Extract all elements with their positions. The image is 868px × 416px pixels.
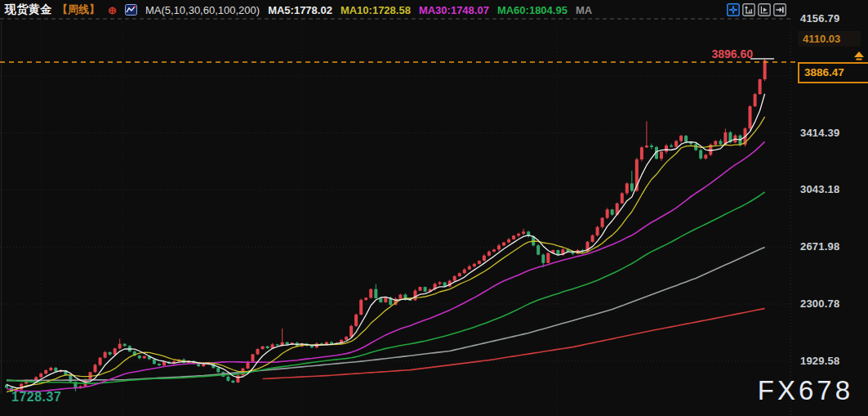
axis-scale-icon[interactable] [742,3,755,16]
ma30-value: MA30:1748.07 [419,4,489,16]
lowest-price-label: 1728.37 [11,390,61,405]
ma10-value: MA10:1728.58 [341,4,411,16]
axis-label: 3414.39 [800,127,866,139]
go-to-latest-icon[interactable] [773,3,786,16]
kline-style-icon[interactable] [125,4,137,16]
ma60-value: MA60:1804.95 [497,4,568,16]
axis-label: 3043.18 [800,183,866,195]
price-up-arrow-icon [852,51,866,65]
axis-label: 2300.78 [800,297,866,310]
candlestick-chart[interactable] [0,0,868,416]
ma-params-label[interactable]: MA(5,10,30,60,100,200) [145,4,260,16]
timeframe-label[interactable]: 【周线】 [57,2,100,17]
ma5-value: MA5:1778.02 [268,4,332,16]
axis-label: 1929.58 [800,355,866,367]
highest-price-label: 3896.60 [701,47,753,60]
chart-header: 现货黄金 【周线】 ⊕ MA(5,10,30,60,100,200) MA5:1… [5,2,592,18]
axis-label: 2671.98 [800,240,866,253]
play-forward-icon[interactable] [758,3,771,16]
crosshair-icon[interactable] [727,3,740,16]
add-compare-icon[interactable]: ⊕ [108,4,117,16]
trading-app-window: 现货黄金 【周线】 ⊕ MA(5,10,30,60,100,200) MA5:1… [0,0,868,416]
chart-toolbar [727,3,786,16]
axis-label: 4156.79 [800,12,866,25]
symbol-name: 现货黄金 [5,2,52,17]
upper-price-tag: 4110.03 [798,31,861,47]
ma100-value-truncated: MA [576,4,592,16]
